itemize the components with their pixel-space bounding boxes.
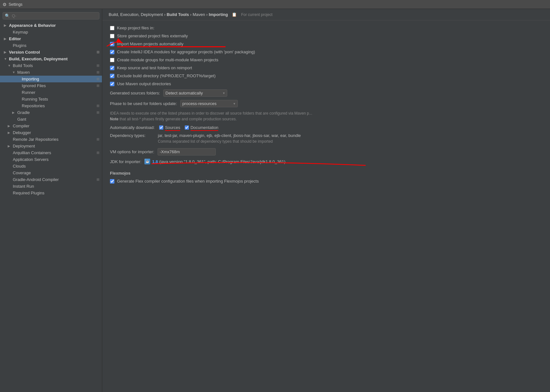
sidebar-item-gradle[interactable]: ▶ Gradle ⊞ (0, 109, 102, 116)
title-bar-text: Settings (9, 2, 22, 7)
checkbox-row-use-maven-output: Use Maven output directories (110, 81, 542, 86)
checkbox-documentation[interactable] (185, 125, 189, 130)
sidebar-item-maven[interactable]: ▼ Maven ⊞ (0, 69, 102, 76)
sidebar-item-appearance[interactable]: ▶ Appearance & Behavior (0, 22, 102, 29)
checkbox-row-store-generated: Store generated project files externally (110, 34, 542, 38)
vm-options-input[interactable]: -Xmx768m (158, 148, 216, 155)
label-store-generated: Store generated project files externally (117, 34, 188, 38)
checkbox-row-keep-project: Keep project files in: (110, 26, 542, 30)
copy-icon-ignored: ⊞ (97, 84, 99, 88)
for-project-text: For current project (241, 12, 273, 17)
sidebar-item-remote-jar[interactable]: Remote Jar Repositories ⊞ (0, 136, 102, 143)
checkbox-sources[interactable] (159, 125, 163, 130)
generated-sources-label: Generated sources folders: (110, 91, 160, 95)
breadcrumb: Build, Execution, Deployment › Build Too… (102, 9, 550, 20)
flexmojos-header: Flexmojos (110, 171, 542, 176)
copy-icon-arq: ⊞ (97, 151, 99, 155)
search-input[interactable] (12, 13, 97, 18)
checkbox-row-exclude-build: Exclude build directory (%PROJECT_ROOT%/… (110, 73, 542, 78)
generated-sources-row: Generated sources folders: Detect automa… (110, 89, 542, 97)
content-area: Build, Execution, Deployment › Build Too… (102, 9, 550, 392)
search-icon: 🔍 (5, 13, 10, 18)
dependency-types-label: Dependency types: (110, 133, 155, 138)
sidebar-item-required-plugins[interactable]: Required Plugins (0, 190, 102, 196)
sidebar-item-version-control[interactable]: ▶ Version Control ⊞ (0, 49, 102, 56)
sidebar-item-build-execution[interactable]: ▼ Build, Execution, Deployment (0, 56, 102, 62)
checkbox-generate-flex[interactable] (110, 179, 114, 184)
dependency-types-value-container: jar, test-jar, maven-plugin, ejb, ejb-cl… (158, 133, 301, 147)
checkbox-create-modules[interactable] (110, 50, 114, 54)
phase-update-select[interactable]: process-resources generate-sources gener… (180, 100, 238, 107)
label-create-modules: Create IntelliJ IDEA modules for aggrega… (117, 49, 255, 54)
sidebar-item-plugins[interactable]: Plugins (0, 42, 102, 49)
checkbox-row-create-modules: Create IntelliJ IDEA modules for aggrega… (110, 49, 542, 54)
sidebar-item-clouds[interactable]: Clouds (0, 163, 102, 170)
checkbox-row-generate-flex: Generate Flex compiler configuration fil… (110, 179, 542, 184)
checkbox-store-generated[interactable] (110, 34, 114, 38)
generated-sources-dropdown-wrapper[interactable]: Detect automatically Generate source roo… (163, 89, 227, 97)
sidebar-item-coverage[interactable]: Coverage (0, 170, 102, 176)
copy-icon-ga: ⊞ (97, 177, 99, 182)
vm-options-label: VM options for importer: (110, 149, 154, 154)
title-bar: ⚙ Settings (0, 0, 550, 9)
label-documentation: Documentation (190, 125, 218, 130)
note-bold: Note (110, 117, 119, 121)
arrow-icon: ▶ (4, 24, 8, 27)
dependency-types-hint: Comma separated list of dependency types… (158, 139, 301, 144)
sidebar-item-debugger[interactable]: ▶ Debugger (0, 129, 102, 136)
sidebar-item-ignored-files[interactable]: Ignored Files ⊞ (0, 82, 102, 89)
sidebar-item-keymap[interactable]: Keymap (0, 29, 102, 35)
label-generate-flex: Generate Flex compiler configuration fil… (117, 179, 259, 184)
sidebar-item-deployment[interactable]: ▶ Deployment (0, 143, 102, 149)
copy-icon-maven: ⊞ (97, 70, 99, 74)
copy-icon-bt: ⊞ (97, 64, 99, 68)
phase-update-label: Phase to be used for folders update: (110, 101, 177, 106)
sidebar-item-editor[interactable]: ▶ Editor (0, 35, 102, 42)
auto-download-label: Automatically download: (110, 125, 155, 130)
label-import-maven: Import Maven projects automatically (117, 41, 183, 46)
checkbox-row-import-maven: Import Maven projects automatically (110, 41, 542, 46)
jdk-details: (java version "1.8.0_361", path: C:/Prog… (159, 159, 285, 164)
jdk-icon: ☕ (144, 159, 150, 164)
checkbox-use-maven-output[interactable] (110, 82, 114, 86)
copy-icon: ⊞ (97, 50, 99, 54)
sidebar-item-gradle-android[interactable]: Gradle-Android Compiler ⊞ (0, 176, 102, 183)
search-box[interactable]: 🔍 (3, 12, 99, 19)
phase-update-row: Phase to be used for folders update: pro… (110, 100, 542, 107)
copy-icon-gradle: ⊞ (97, 110, 99, 115)
sidebar-item-app-servers[interactable]: Application Servers (0, 156, 102, 163)
jdk-value: 1.8 (java version "1.8.0_361", path: C:/… (152, 159, 285, 164)
dependency-types-value: jar, test-jar, maven-plugin, ejb, ejb-cl… (158, 133, 301, 138)
copy-icon-remote: ⊞ (97, 137, 99, 141)
checkbox-exclude-build[interactable] (110, 74, 114, 78)
content-body: Keep project files in: Store generated p… (102, 20, 550, 192)
vm-options-row: VM options for importer: -Xmx768m (110, 148, 542, 155)
generated-sources-select[interactable]: Detect automatically Generate source roo… (163, 89, 227, 97)
sidebar-item-compiler[interactable]: ▶ Compiler (0, 123, 102, 129)
breadcrumb-icon: 📋 (232, 12, 237, 17)
jdk-version: 1.8 (152, 159, 158, 164)
sidebar-item-repositories[interactable]: Repositories ⊞ (0, 102, 102, 109)
label-create-groups: Create module groups for multi-module Ma… (117, 57, 218, 62)
sidebar-item-arquillian[interactable]: Arquillian Containers ⊞ (0, 149, 102, 156)
sidebar: 🔍 ▶ Appearance & Behavior Keymap ▶ Edito… (0, 9, 102, 392)
copy-icon-importing: ⊞ (97, 77, 99, 81)
checkbox-import-maven[interactable] (110, 42, 114, 46)
jdk-row: JDK for importer: ☕ 1.8 (java version "1… (110, 159, 542, 164)
sidebar-item-gant[interactable]: Gant (0, 116, 102, 123)
sidebar-item-running-tests[interactable]: Running Tests (0, 96, 102, 102)
checkbox-create-groups[interactable] (110, 58, 114, 62)
phase-update-dropdown-wrapper[interactable]: process-resources generate-sources gener… (180, 100, 238, 107)
breadcrumb-path: Build, Execution, Deployment › Build Too… (109, 12, 229, 17)
label-sources: Sources (165, 125, 180, 130)
sidebar-item-importing[interactable]: Importing ⊞ (0, 76, 102, 82)
idea-note: IDEA needs to execute one of the listed … (110, 110, 398, 122)
jdk-label: JDK for importer: (110, 159, 141, 164)
sidebar-item-runner[interactable]: Runner (0, 89, 102, 96)
settings-icon: ⚙ (3, 2, 7, 7)
sidebar-item-build-tools[interactable]: ▼ Build Tools ⊞ (0, 62, 102, 69)
checkbox-keep-source[interactable] (110, 66, 114, 70)
label-keep-project: Keep project files in: (117, 26, 154, 30)
checkbox-keep-project[interactable] (110, 26, 114, 30)
sidebar-item-instant-run[interactable]: Instant Run (0, 183, 102, 190)
